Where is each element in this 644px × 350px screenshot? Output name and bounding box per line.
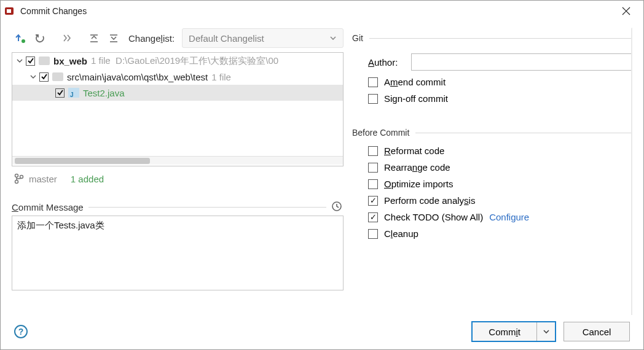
before-commit-label: Before Commit — [352, 128, 409, 138]
divider — [88, 207, 326, 208]
java-file-icon — [68, 88, 79, 98]
tree-root-name: bx_web — [53, 56, 87, 66]
chevron-down-icon[interactable] — [28, 72, 38, 82]
rearrange-code-checkbox[interactable]: Rearrange code — [356, 162, 632, 173]
git-section-label: Git — [352, 33, 363, 43]
chevron-down-icon[interactable] — [15, 56, 25, 66]
changelist-label: Changelist: — [128, 33, 175, 44]
chevron-right-icon[interactable] — [58, 29, 76, 47]
tree-row-pkg[interactable]: src\main\java\com\qst\bx_web\test 1 file — [12, 69, 343, 85]
commit-message-label: Commit Message — [12, 202, 84, 212]
checkbox[interactable] — [55, 88, 65, 98]
group-by-icon[interactable] — [12, 29, 29, 47]
reformat-code-checkbox[interactable]: Reformat code — [356, 146, 632, 156]
panel-scrollbar[interactable] — [631, 28, 632, 315]
tree-root-hint: 1 file D:\GaoLei\2019年工作\大数据实验室\00 — [91, 55, 278, 67]
divider — [415, 133, 632, 133]
commit-dropdown[interactable] — [536, 322, 555, 341]
author-input[interactable] — [411, 53, 632, 71]
app-icon — [4, 6, 15, 17]
amend-commit-checkbox[interactable]: Amend commit — [368, 77, 632, 87]
svg-point-11 — [15, 181, 18, 184]
rollback-icon[interactable] — [31, 29, 49, 47]
commit-message-input[interactable] — [12, 216, 344, 290]
svg-rect-1 — [7, 9, 11, 13]
configure-link[interactable]: Configure — [489, 212, 529, 222]
perform-analysis-checkbox[interactable]: Perform code analysis — [356, 195, 632, 206]
changelist-value: Default Changelist — [189, 33, 264, 44]
author-label: Author: — [368, 57, 411, 68]
cleanup-checkbox[interactable]: Cleanup — [356, 228, 632, 239]
folder-icon — [52, 72, 63, 81]
svg-point-5 — [22, 39, 25, 43]
tree-row-file[interactable]: Test2.java — [12, 85, 343, 101]
expand-all-icon[interactable] — [85, 29, 103, 47]
signoff-commit-checkbox[interactable]: Sign-off commit — [368, 93, 632, 104]
file-tree: bx_web 1 file D:\GaoLei\2019年工作\大数据实验室\0… — [12, 52, 344, 166]
tree-pkg-hint: 1 file — [211, 72, 231, 82]
branch-icon — [14, 173, 24, 184]
checkbox[interactable] — [39, 72, 49, 82]
optimize-imports-checkbox[interactable]: Optimize imports — [356, 179, 632, 189]
branch-name: master — [29, 174, 57, 184]
commit-button[interactable]: Commit — [473, 322, 536, 341]
tree-file-name: Test2.java — [83, 88, 125, 98]
checkbox[interactable] — [26, 56, 35, 66]
branch-row: master 1 added — [12, 170, 344, 187]
history-icon[interactable] — [331, 201, 344, 213]
collapse-all-icon[interactable] — [105, 29, 122, 47]
window-close-button[interactable] — [613, 2, 640, 20]
svg-point-12 — [20, 176, 23, 179]
added-count: 1 added — [71, 174, 104, 184]
window-title: Commit Changes — [20, 6, 613, 16]
check-todo-checkbox[interactable]: Check TODO (Show All)Configure — [356, 212, 632, 222]
titlebar: Commit Changes — [1, 1, 643, 21]
svg-point-10 — [15, 174, 18, 177]
commit-button-group: Commit — [471, 321, 556, 342]
changelist-select[interactable]: Default Changelist — [182, 28, 344, 48]
tree-scrollbar[interactable] — [12, 156, 343, 165]
tree-pkg-path: src\main\java\com\qst\bx_web\test — [67, 72, 208, 82]
folder-icon — [39, 56, 50, 65]
help-button[interactable]: ? — [14, 325, 28, 338]
toolbar: Changelist: Default Changelist — [12, 28, 344, 49]
chevron-down-icon — [329, 34, 337, 42]
cancel-button[interactable]: Cancel — [564, 322, 630, 341]
divider — [369, 38, 632, 39]
tree-row-root[interactable]: bx_web 1 file D:\GaoLei\2019年工作\大数据实验室\0… — [12, 53, 343, 69]
